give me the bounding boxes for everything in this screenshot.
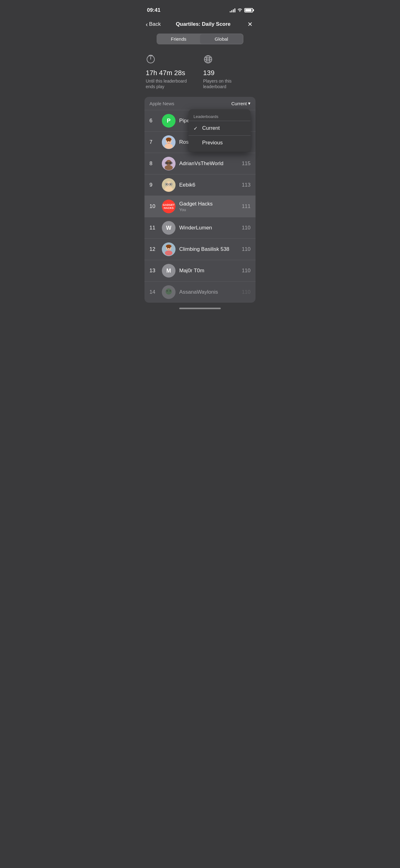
player-info: Eebik6 <box>179 182 238 188</box>
home-indicator <box>139 303 261 312</box>
avatar <box>162 243 175 256</box>
svg-point-24 <box>166 184 167 185</box>
avatar: W <box>162 221 175 235</box>
segment-global[interactable]: Global <box>200 34 243 44</box>
player-score: 111 <box>242 203 251 210</box>
player-name: AdrianVsTheWorld <box>179 160 238 167</box>
close-icon: ✕ <box>247 21 253 28</box>
players-label: Players on this leaderboard <box>203 78 254 89</box>
player-score: 110 <box>242 268 251 274</box>
player-rank: 13 <box>149 268 158 274</box>
avatar: GADGETHACKS <box>162 199 175 213</box>
avatar <box>162 178 175 192</box>
player-rank: 7 <box>149 139 158 145</box>
player-name: Eebik6 <box>179 182 238 188</box>
player-rank: 14 <box>149 289 158 295</box>
player-score: 115 <box>242 160 251 167</box>
player-score: 110 <box>242 225 251 231</box>
player-score: 113 <box>242 182 251 188</box>
page-title: Quartiles: Daily Score <box>176 21 231 27</box>
players-value: 139 <box>203 69 254 77</box>
status-icons <box>230 8 253 13</box>
svg-point-31 <box>169 248 170 249</box>
check-icon: ✓ <box>194 125 200 131</box>
chevron-left-icon: ‹ <box>146 21 148 28</box>
filter-label: Current <box>231 101 247 106</box>
avatar: M <box>162 264 175 278</box>
timer-icon <box>146 54 197 66</box>
player-info: AssanaWaylonis <box>179 289 238 295</box>
leaderboard-source: Apple News <box>149 101 174 106</box>
svg-point-8 <box>167 141 168 142</box>
player-rank: 12 <box>149 246 158 252</box>
back-label: Back <box>149 21 161 27</box>
stat-timer: 17h 47m 28s Until this leaderboardends p… <box>146 54 197 89</box>
player-rank: 11 <box>149 225 158 231</box>
player-rank: 8 <box>149 160 158 167</box>
svg-point-9 <box>170 141 171 142</box>
dropdown-item-previous[interactable]: ✓ Previous <box>189 136 251 149</box>
svg-point-34 <box>167 290 168 291</box>
leaderboard-container: Apple News Current ▾ Leaderboards ✓ Curr… <box>144 97 256 303</box>
table-row[interactable]: 9 Eebik6113 <box>144 175 256 196</box>
leaderboard-header: Apple News Current ▾ Leaderboards ✓ Curr… <box>144 97 256 110</box>
player-rank: 9 <box>149 182 158 188</box>
player-rank: 6 <box>149 118 158 124</box>
svg-point-7 <box>166 137 171 141</box>
status-bar: 09:41 <box>139 0 261 16</box>
table-row[interactable]: 10GADGETHACKSGadget HacksYou111 <box>144 196 256 217</box>
svg-point-17 <box>170 162 171 164</box>
globe-icon <box>203 54 254 66</box>
dropdown-previous-label: Previous <box>202 140 223 146</box>
svg-point-33 <box>166 288 172 294</box>
battery-icon <box>244 8 253 12</box>
dropdown-divider-2 <box>189 135 251 136</box>
table-row[interactable]: 14 AssanaWaylonis110 <box>144 282 256 303</box>
dropdown-divider <box>189 121 251 121</box>
player-info: WinderLumen <box>179 225 238 231</box>
svg-point-6 <box>165 144 173 149</box>
player-subtitle: You <box>179 207 238 212</box>
avatar <box>162 135 175 149</box>
avatar <box>162 157 175 170</box>
chevron-down-icon: ▾ <box>248 101 251 106</box>
svg-point-30 <box>167 248 168 249</box>
leaderboard-filter-button[interactable]: Current ▾ Leaderboards ✓ Current ✓ Previ… <box>231 101 251 106</box>
player-score: 110 <box>242 289 251 295</box>
close-button[interactable]: ✕ <box>245 20 254 29</box>
table-row[interactable]: 11WWinderLumen110 <box>144 217 256 239</box>
player-name: Maj0r T0m <box>179 268 238 274</box>
segment-container: Friends Global <box>139 31 261 49</box>
player-info: Maj0r T0m <box>179 268 238 274</box>
player-name: Climbing Basilisk 538 <box>179 246 238 252</box>
table-row[interactable]: 8 AdrianVsTheWorld115 <box>144 153 256 175</box>
nav-bar: ‹ Back Quartiles: Daily Score ✕ <box>139 16 261 31</box>
wifi-icon <box>237 8 242 13</box>
segment-control: Friends Global <box>157 34 243 44</box>
player-name: Gadget Hacks <box>179 201 238 207</box>
home-bar <box>179 308 221 309</box>
svg-point-25 <box>170 184 171 185</box>
svg-point-28 <box>165 251 172 255</box>
player-name: WinderLumen <box>179 225 238 231</box>
player-name: AssanaWaylonis <box>179 289 238 295</box>
avatar <box>162 285 175 299</box>
player-info: Climbing Basilisk 538 <box>179 246 238 252</box>
player-rank: 10 <box>149 203 158 210</box>
svg-point-12 <box>165 165 173 170</box>
player-info: AdrianVsTheWorld <box>179 160 238 167</box>
signal-icon <box>230 8 235 12</box>
svg-point-16 <box>166 162 167 164</box>
dropdown-current-label: Current <box>202 125 220 131</box>
back-button[interactable]: ‹ Back <box>146 21 161 28</box>
segment-friends[interactable]: Friends <box>157 34 200 44</box>
svg-point-35 <box>170 290 171 291</box>
svg-point-20 <box>165 187 173 191</box>
dropdown-section-label: Leaderboards <box>189 112 251 120</box>
player-score: 110 <box>242 246 251 252</box>
table-row[interactable]: 12 Climbing Basilisk 538110 <box>144 239 256 260</box>
dropdown-item-current[interactable]: ✓ Current <box>189 122 251 135</box>
player-info: Gadget HacksYou <box>179 201 238 212</box>
table-row[interactable]: 13MMaj0r T0m110 <box>144 260 256 282</box>
timer-value: 17h 47m 28s <box>146 69 197 77</box>
